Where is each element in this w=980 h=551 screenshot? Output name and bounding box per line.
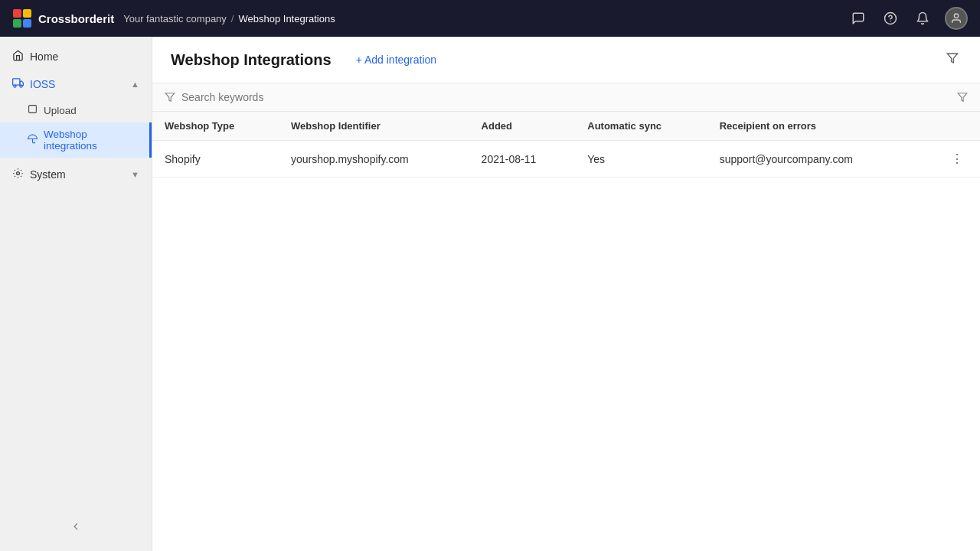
svg-rect-2	[13, 19, 21, 28]
help-button[interactable]	[880, 8, 900, 28]
chat-icon	[851, 11, 865, 25]
integrations-table: Webshop Type Webshop Identifier Added Au…	[152, 112, 980, 178]
home-icon	[12, 50, 24, 64]
cell-receipient-on-errors: support@yourcompany.com	[707, 141, 919, 178]
cell-added: 2021-08-11	[469, 141, 576, 178]
cell-webshop-identifier: yourshop.myshopify.com	[279, 141, 469, 178]
table-row: Shopify yourshop.myshopify.com 2021-08-1…	[152, 141, 980, 178]
main-layout: Home IOSS ▲	[0, 37, 980, 551]
sidebar-webshop-label: Webshop integrations	[44, 129, 137, 152]
row-menu-button[interactable]: ⋮	[946, 150, 968, 168]
svg-rect-0	[13, 9, 21, 18]
svg-rect-1	[23, 9, 31, 18]
sidebar-item-ioss[interactable]: IOSS ▲	[0, 70, 152, 98]
col-header-webshop-type: Webshop Type	[152, 112, 279, 141]
svg-rect-10	[29, 106, 37, 113]
avatar[interactable]	[945, 7, 968, 30]
breadcrumb-separator: /	[231, 13, 234, 24]
system-chevron-icon: ▼	[131, 170, 139, 179]
system-icon	[12, 168, 24, 181]
sidebar-upload-label: Upload	[44, 105, 77, 116]
col-header-added: Added	[469, 112, 576, 141]
page-filter-button[interactable]	[943, 49, 962, 70]
ioss-icon	[12, 77, 24, 91]
sidebar-item-webshop-integrations[interactable]: Webshop integrations	[0, 122, 152, 158]
content-area: Webshop Integrations + Add integration	[152, 37, 980, 551]
breadcrumb-current: Webshop Integrations	[238, 13, 335, 24]
col-header-automatic-sync: Automatic sync	[575, 112, 707, 141]
search-filter-icon[interactable]	[957, 92, 968, 103]
add-integration-button[interactable]: + Add integration	[347, 49, 446, 70]
sidebar-item-upload[interactable]: Upload	[0, 98, 152, 122]
col-header-actions	[919, 112, 980, 141]
page-header: Webshop Integrations + Add integration	[152, 37, 980, 83]
page-title: Webshop Integrations	[171, 51, 332, 69]
table-body: Shopify yourshop.myshopify.com 2021-08-1…	[152, 141, 980, 178]
col-header-webshop-identifier: Webshop Identifier	[279, 112, 469, 141]
svg-marker-14	[958, 93, 967, 102]
cell-actions: ⋮	[919, 141, 980, 178]
sidebar-home-label: Home	[30, 51, 139, 63]
svg-rect-7	[13, 79, 20, 85]
chevron-left-icon	[70, 520, 82, 533]
col-header-receipient-on-errors: Receipient on errors	[707, 112, 919, 141]
sidebar-section-main: Home IOSS ▲	[0, 37, 152, 194]
sidebar-system-label: System	[30, 168, 125, 181]
filter-icon	[946, 52, 959, 64]
table-header-row: Webshop Type Webshop Identifier Added Au…	[152, 112, 980, 141]
chat-button[interactable]	[848, 8, 868, 28]
svg-point-9	[20, 85, 22, 87]
upload-icon	[28, 104, 38, 116]
svg-marker-13	[165, 93, 175, 102]
search-icon	[165, 92, 175, 103]
svg-point-11	[17, 172, 20, 175]
ioss-chevron-icon: ▲	[131, 80, 139, 89]
page-header-right	[943, 49, 962, 70]
webshop-icon	[28, 134, 38, 146]
user-icon	[950, 12, 962, 24]
app-logo[interactable]: Crossborderit	[12, 8, 114, 28]
sidebar-collapse-button[interactable]	[0, 514, 152, 539]
sidebar-ioss-label: IOSS	[30, 78, 125, 90]
cell-automatic-sync: Yes	[575, 141, 707, 178]
add-integration-label: + Add integration	[356, 54, 436, 66]
breadcrumb: Your fantastic company / Webshop Integra…	[123, 13, 839, 24]
breadcrumb-company: Your fantastic company	[123, 13, 227, 24]
search-input[interactable]	[181, 91, 951, 103]
table-container: Webshop Type Webshop Identifier Added Au…	[152, 112, 980, 551]
help-icon	[884, 11, 897, 25]
svg-marker-12	[947, 54, 957, 63]
sidebar-item-system[interactable]: System ▼	[0, 161, 152, 188]
page-header-left: Webshop Integrations + Add integration	[171, 49, 446, 70]
logo-icon	[12, 8, 32, 28]
topnav: Crossborderit Your fantastic company / W…	[0, 0, 980, 37]
svg-rect-3	[23, 19, 31, 28]
sidebar-item-home[interactable]: Home	[0, 43, 152, 70]
svg-point-6	[954, 14, 958, 18]
svg-point-8	[14, 85, 16, 87]
app-name: Crossborderit	[38, 12, 114, 25]
notifications-icon	[916, 11, 929, 25]
search-bar	[152, 83, 980, 112]
cell-webshop-type: Shopify	[152, 141, 279, 178]
sidebar: Home IOSS ▲	[0, 37, 152, 551]
notifications-button[interactable]	[913, 8, 933, 28]
topnav-actions	[848, 7, 968, 30]
